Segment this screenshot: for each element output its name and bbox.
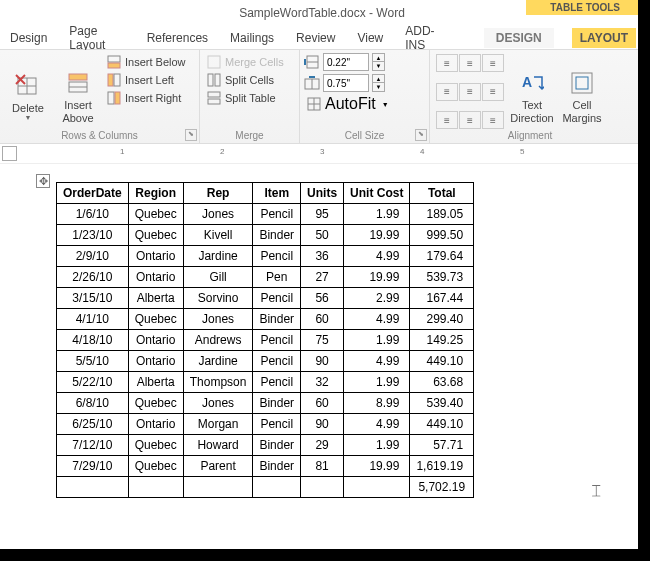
- table-row[interactable]: 4/18/10OntarioAndrewsPencil751.99149.25: [57, 330, 474, 351]
- document-title: SampleWordTable.docx - Word: [239, 6, 405, 20]
- svg-rect-14: [208, 56, 220, 68]
- ribbon: Delete ▼ Insert Above Insert Below Inser…: [0, 50, 644, 144]
- cell-size-launcher[interactable]: ⬊: [415, 129, 427, 141]
- tab-table-layout[interactable]: LAYOUT: [572, 28, 636, 48]
- document-area[interactable]: ✥ OrderDateRegionRepItemUnitsUnit CostTo…: [0, 164, 644, 554]
- rows-columns-launcher[interactable]: ⬊: [185, 129, 197, 141]
- tab-design[interactable]: Design: [8, 28, 49, 48]
- tab-review[interactable]: Review: [294, 28, 337, 48]
- horizontal-ruler[interactable]: 1 2 3 4 5: [0, 144, 644, 164]
- table-row[interactable]: 7/29/10QuebecParentBinder8119.991,619.19: [57, 456, 474, 477]
- chevron-down-icon: ▼: [25, 114, 32, 122]
- group-cell-size: ▲▼ ▲▼ AutoFit▼ Cell Size ⬊: [300, 50, 430, 143]
- align-bottom-left[interactable]: ≡: [436, 111, 458, 129]
- group-rows-columns: Delete ▼ Insert Above Insert Below Inser…: [0, 50, 200, 143]
- column-header[interactable]: Rep: [183, 183, 253, 204]
- align-top-right[interactable]: ≡: [482, 54, 504, 72]
- column-header[interactable]: Units: [301, 183, 344, 204]
- table-row[interactable]: 4/1/10QuebecJonesBinder604.99299.40: [57, 309, 474, 330]
- table-row[interactable]: 3/15/10AlbertaSorvinoPencil562.99167.44: [57, 288, 474, 309]
- table-row[interactable]: 1/23/10QuebecKivellBinder5019.99999.50: [57, 225, 474, 246]
- table-row[interactable]: 5/22/10AlbertaThompsonPencil321.9963.68: [57, 372, 474, 393]
- insert-above-label: Insert Above: [62, 99, 93, 123]
- rows-columns-label: Rows & Columns: [0, 130, 199, 141]
- table-row[interactable]: 2/9/10OntarioJardinePencil364.99179.64: [57, 246, 474, 267]
- col-width-input[interactable]: [323, 74, 369, 92]
- table-row[interactable]: 5/5/10OntarioJardinePencil904.99449.10: [57, 351, 474, 372]
- row-height-input[interactable]: [323, 53, 369, 71]
- text-direction-button[interactable]: A Text Direction: [508, 52, 556, 141]
- svg-rect-16: [215, 74, 220, 86]
- delete-label: Delete: [12, 102, 44, 114]
- alignment-label: Alignment: [430, 130, 630, 141]
- cell-margins-button[interactable]: Cell Margins: [558, 52, 606, 141]
- svg-rect-7: [69, 74, 87, 80]
- insert-below-button[interactable]: Insert Below: [104, 54, 189, 70]
- split-cells-button[interactable]: Split Cells: [204, 72, 287, 88]
- column-header[interactable]: Total: [410, 183, 474, 204]
- align-middle-left[interactable]: ≡: [436, 83, 458, 101]
- column-header[interactable]: OrderDate: [57, 183, 129, 204]
- column-header[interactable]: Item: [253, 183, 301, 204]
- tab-selector[interactable]: [2, 146, 17, 161]
- split-table-button[interactable]: Split Table: [204, 90, 287, 106]
- merge-cells-icon: [207, 55, 221, 69]
- svg-rect-28: [576, 77, 588, 89]
- table-row[interactable]: 6/8/10QuebecJonesBinder608.99539.40: [57, 393, 474, 414]
- data-table[interactable]: OrderDateRegionRepItemUnitsUnit CostTota…: [56, 182, 474, 498]
- sum-cell[interactable]: 5,702.19: [410, 477, 474, 498]
- cell-margins-icon: [568, 69, 596, 97]
- merge-cells-button: Merge Cells: [204, 54, 287, 70]
- text-cursor-icon: ⌶: [592, 482, 600, 498]
- svg-rect-12: [108, 92, 114, 104]
- insert-above-button[interactable]: Insert Above: [54, 52, 102, 141]
- cell-size-label: Cell Size: [300, 130, 429, 141]
- chevron-down-icon: ▼: [382, 101, 389, 108]
- tab-table-design[interactable]: DESIGN: [484, 28, 554, 48]
- titlebar: SampleWordTable.docx - Word TABLE TOOLS: [0, 0, 644, 26]
- ribbon-tabs: Design Page Layout References Mailings R…: [0, 26, 644, 50]
- table-row[interactable]: 7/12/10QuebecHowardBinder291.9957.71: [57, 435, 474, 456]
- svg-rect-17: [208, 92, 220, 97]
- autofit-icon: [307, 97, 321, 111]
- col-width-icon: [304, 76, 320, 90]
- tab-references[interactable]: References: [145, 28, 210, 48]
- insert-right-button[interactable]: Insert Right: [104, 90, 189, 106]
- insert-right-icon: [107, 91, 121, 105]
- table-row[interactable]: 6/25/10OntarioMorganPencil904.99449.10: [57, 414, 474, 435]
- insert-below-icon: [107, 55, 121, 69]
- autofit-button[interactable]: AutoFit▼: [304, 94, 425, 114]
- delete-table-icon: [14, 72, 42, 100]
- align-bottom-right[interactable]: ≡: [482, 111, 504, 129]
- column-header[interactable]: Unit Cost: [344, 183, 410, 204]
- sum-row[interactable]: 5,702.19: [57, 477, 474, 498]
- split-table-icon: [207, 91, 221, 105]
- svg-rect-9: [108, 63, 120, 68]
- insert-left-button[interactable]: Insert Left: [104, 72, 189, 88]
- svg-rect-11: [114, 74, 120, 86]
- text-direction-icon: A: [518, 69, 546, 97]
- group-merge: Merge Cells Split Cells Split Table Merg…: [200, 50, 300, 143]
- align-middle-right[interactable]: ≡: [482, 83, 504, 101]
- align-top-center[interactable]: ≡: [459, 54, 481, 72]
- table-row[interactable]: 2/26/10OntarioGillPen2719.99539.73: [57, 267, 474, 288]
- height-spinners[interactable]: ▲▼: [372, 53, 385, 71]
- table-row[interactable]: 1/6/10QuebecJonesPencil951.99189.05: [57, 204, 474, 225]
- tab-view[interactable]: View: [355, 28, 385, 48]
- svg-rect-15: [208, 74, 213, 86]
- delete-button[interactable]: Delete ▼: [4, 52, 52, 141]
- tab-mailings[interactable]: Mailings: [228, 28, 276, 48]
- width-spinners[interactable]: ▲▼: [372, 74, 385, 92]
- svg-text:A: A: [522, 74, 532, 90]
- align-top-left[interactable]: ≡: [436, 54, 458, 72]
- group-alignment: ≡ ≡ ≡ ≡ ≡ ≡ ≡ ≡ ≡ A Text Direction Cell …: [430, 50, 630, 143]
- align-bottom-center[interactable]: ≡: [459, 111, 481, 129]
- insert-left-icon: [107, 73, 121, 87]
- svg-rect-8: [108, 56, 120, 62]
- svg-rect-27: [572, 73, 592, 93]
- column-header[interactable]: Region: [128, 183, 183, 204]
- row-height-icon: [304, 55, 320, 69]
- align-middle-center[interactable]: ≡: [459, 83, 481, 101]
- insert-above-icon: [64, 69, 92, 97]
- table-move-handle[interactable]: ✥: [36, 174, 50, 188]
